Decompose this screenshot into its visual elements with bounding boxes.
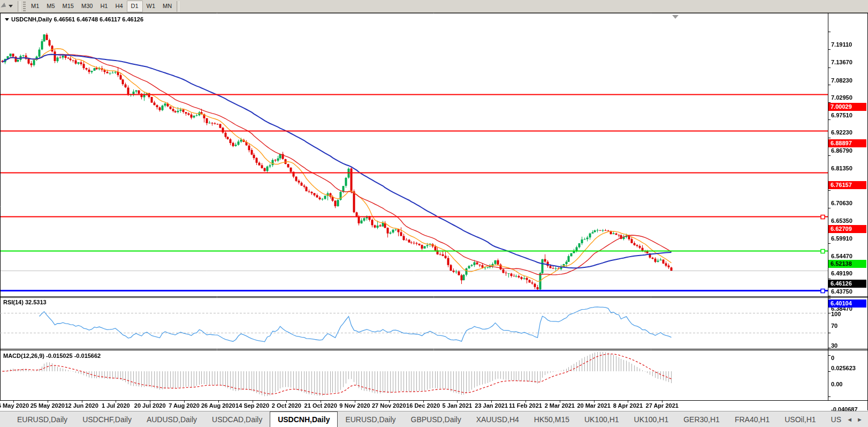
cursor-icon [1, 3, 7, 10]
chart-menu-arrow-icon[interactable] [5, 18, 9, 21]
price-level-badge: 6.76157 [828, 181, 866, 189]
price-tick-label: 6.43750 [831, 288, 852, 295]
price-tick-label: 6.59910 [831, 235, 852, 242]
date-tick-label: 20 Jul 2020 [134, 402, 166, 409]
rsi-axis-label: 100 [831, 311, 841, 317]
timeframe-button-mn[interactable]: MN [159, 1, 176, 11]
timeframe-button-h1[interactable]: H1 [96, 1, 111, 11]
timeframe-button-m30[interactable]: M30 [78, 1, 96, 11]
timeframe-button-d1[interactable]: D1 [127, 1, 143, 12]
date-tick-label: 8 Apr 2021 [613, 402, 643, 409]
tab-scroll-left-icon[interactable]: ◄ [847, 416, 852, 423]
price-level-badge: 6.88897 [828, 139, 866, 147]
price-tick-label: 6.97510 [831, 112, 852, 118]
chart-symbol-period: USDCNH,Daily [11, 16, 52, 23]
chart-tab-eurusd-daily[interactable]: EURUSD,Daily [338, 411, 403, 427]
chart-tab-uk100-h1[interactable]: UK100,H1 [577, 411, 627, 427]
price-level-badge: 7.00029 [828, 103, 866, 111]
price-level-badge: 6.40104 [828, 299, 866, 308]
timeframe-button-h4[interactable]: H4 [111, 1, 126, 11]
price-tick-label: 6.70630 [831, 200, 852, 206]
price-tick-label: 7.19110 [831, 41, 852, 48]
chart-tab-fra40-h1[interactable]: FRA40,H1 [727, 411, 777, 427]
date-tick-label: 2 Oct 2020 [272, 402, 301, 409]
date-tick-label: 16 Dec 2020 [406, 402, 440, 409]
rsi-indicator-label: RSI(14) 32.5313 [3, 299, 47, 305]
date-tick-label: 26 Aug 2020 [201, 402, 235, 409]
date-tick-label: 1 Jul 2020 [102, 402, 130, 409]
chart-tab-hk50-m15[interactable]: HK50,M15 [527, 411, 577, 427]
chart-tab-usdcnh-daily[interactable]: USDCNH,Daily [270, 411, 338, 427]
dropdown-caret-icon [9, 5, 13, 8]
timeframe-toolbar: M1M5M15M30H1H4D1W1MN [0, 0, 868, 13]
timeframe-button-m1[interactable]: M1 [27, 1, 43, 11]
price-chart-canvas[interactable] [0, 13, 868, 411]
price-tick-label: 7.13670 [831, 59, 852, 65]
date-tick-label: 27 Apr 2021 [646, 402, 679, 409]
chart-window: USDCNH,Daily 6.46561 6.46748 6.46117 6.4… [0, 13, 868, 411]
rsi-axis-label: 0 [831, 355, 834, 361]
price-tick-label: 7.02950 [831, 94, 852, 101]
chart-shift-marker-icon[interactable] [672, 15, 679, 19]
price-tick-label: 6.49190 [831, 270, 852, 276]
macd-indicator-label: MACD(12,26,9) -0.015025 -0.015662 [3, 353, 101, 359]
date-tick-label: 11 Feb 2021 [509, 402, 542, 409]
date-tick-label: 7 Aug 2020 [169, 402, 200, 409]
date-tick-label: 25 May 2020 [31, 402, 65, 409]
tab-scroll-arrows: ◄ ► [841, 411, 868, 427]
chart-tab-usoil-h1[interactable]: USOil,H1 [777, 411, 823, 427]
price-level-badge: 6.62709 [828, 225, 866, 233]
price-tick-label: 6.86790 [831, 147, 852, 154]
chart-tabs: EURUSD,DailyUSDCHF,DailyAUDUSD,DailyUSDC… [0, 411, 841, 427]
date-tick-label: 6 May 2020 [0, 402, 29, 409]
date-tick-label: 21 Oct 2020 [304, 402, 337, 409]
price-tick-label: 6.81350 [831, 165, 852, 171]
chart-tab-audusd-daily[interactable]: AUDUSD,Daily [139, 411, 204, 427]
date-tick-label: 27 Nov 2020 [372, 402, 406, 409]
chart-tab-usdcad-daily[interactable]: USDCAD,Daily [204, 411, 270, 427]
toolbar-separator [177, 1, 179, 12]
price-level-badge: 6.46126 [828, 280, 866, 288]
toolbar-grip[interactable] [23, 2, 26, 11]
price-tick-label: 7.08230 [831, 77, 852, 84]
chart-tab-usdchf-daily[interactable]: USDCHF,Daily [75, 411, 139, 427]
date-tick-label: 12 Jun 2020 [65, 402, 98, 409]
rsi-axis-label: 70 [831, 323, 837, 329]
timeframe-button-w1[interactable]: W1 [143, 1, 159, 11]
date-tick-label: 23 Jan 2021 [475, 402, 508, 409]
macd-axis-label: 0.025623 [831, 365, 856, 371]
chart-tab-ger30-h1[interactable]: GER30,H1 [676, 411, 727, 427]
date-tick-label: 9 Nov 2020 [339, 402, 370, 409]
chart-cursor-icon[interactable] [0, 1, 17, 12]
mt4-window: M1M5M15M30H1H4D1W1MN USDCNH,Daily 6.4656… [0, 0, 868, 427]
chart-tab-xauusd-h4[interactable]: XAUUSD,H4 [469, 411, 527, 427]
chart-tab-bar: EURUSD,DailyUSDCHF,DailyAUDUSD,DailyUSDC… [0, 411, 868, 427]
chart-ohlc-values: 6.46561 6.46748 6.46117 6.46126 [54, 16, 143, 23]
timeframe-buttons: M1M5M15M30H1H4D1W1MN [27, 1, 176, 12]
tab-scroll-right-icon[interactable]: ► [857, 416, 863, 423]
chart-tab-gbpusd-daily[interactable]: GBPUSD,Daily [403, 411, 469, 427]
timeframe-button-m15[interactable]: M15 [59, 1, 78, 11]
timeframe-button-m5[interactable]: M5 [43, 1, 58, 11]
date-tick-label: 14 Sep 2020 [235, 402, 269, 409]
price-tick-label: 6.92230 [831, 129, 852, 136]
date-tick-label: 20 Mar 2021 [577, 402, 610, 409]
chart-tab-usdjpy-h1[interactable]: USDJPY,H1 [824, 411, 842, 427]
price-level-badge: 6.52138 [828, 260, 866, 268]
rsi-axis-label: 30 [831, 342, 837, 349]
toolbar-separator [18, 1, 20, 12]
macd-axis-label: 0.00 [831, 381, 842, 387]
date-tick-label: 5 Jan 2021 [443, 402, 473, 409]
chart-title: USDCNH,Daily 6.46561 6.46748 6.46117 6.4… [3, 16, 143, 23]
date-tick-label: 2 Mar 2021 [545, 402, 575, 409]
price-tick-label: 6.65350 [831, 218, 852, 224]
chart-tab-uk100-h1[interactable]: UK100,H1 [627, 411, 676, 427]
chart-tab-eurusd-daily[interactable]: EURUSD,Daily [10, 411, 75, 427]
price-tick-label: 6.54470 [831, 253, 852, 259]
